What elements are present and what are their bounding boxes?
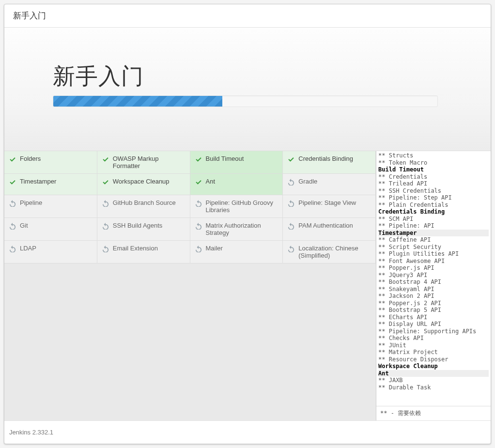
- plugin-cell: SSH Build Agents: [97, 218, 190, 241]
- log-dependency: Font Awesome API: [378, 258, 489, 265]
- plugin-cell: Gradle: [283, 174, 376, 195]
- plugin-cell: Localization: Chinese (Simplified): [283, 241, 376, 263]
- plugin-cell: Credentials Binding: [283, 151, 376, 174]
- plugin-name: Workspace Cleanup: [113, 178, 170, 185]
- plugin-name: Matrix Authorization Strategy: [206, 222, 278, 236]
- log-dependency: Structs: [378, 152, 489, 159]
- plugin-name: Timestamper: [20, 178, 56, 185]
- plugin-cell: Pipeline: GitHub Groovy Libraries: [190, 195, 283, 218]
- log-dependency: Snakeyaml API: [378, 286, 489, 293]
- plugin-name: Pipeline: Stage View: [298, 199, 356, 206]
- install-body: FoldersOWASP Markup FormatterBuild Timeo…: [4, 151, 491, 420]
- log-dependency: SCM API: [378, 216, 489, 223]
- plugin-cell: Workspace Cleanup: [97, 174, 190, 195]
- log-dependency: JQuery3 API: [378, 272, 489, 279]
- log-plugin-header: Build Timeout: [378, 166, 489, 173]
- plugin-cell: Pipeline: Stage View: [283, 195, 376, 218]
- plugin-cell: Mailer: [190, 241, 283, 263]
- plugin-name: Localization: Chinese (Simplified): [298, 245, 371, 259]
- plugin-name: OWASP Markup Formatter: [113, 155, 185, 170]
- plugin-name: Mailer: [206, 245, 223, 252]
- plugin-cell: Timestamper: [4, 174, 97, 195]
- plugin-cell: Ant: [190, 174, 283, 195]
- install-log-legend: ** - 需要依赖: [376, 406, 491, 420]
- plugin-cell: LDAP: [4, 241, 97, 263]
- log-dependency: Durable Task: [378, 384, 489, 391]
- log-dependency: ECharts API: [378, 314, 489, 321]
- plugin-cell: Pipeline: [4, 195, 97, 218]
- log-dependency: Plugin Utilities API: [378, 250, 489, 258]
- spinner-icon: [9, 246, 16, 252]
- plugin-name: PAM Authentication: [298, 222, 353, 229]
- plugin-name: Gradle: [298, 178, 317, 185]
- plugin-cell: OWASP Markup Formatter: [97, 151, 190, 174]
- hero-section: 新手入门: [4, 28, 491, 151]
- jenkins-version: Jenkins 2.332.1: [9, 429, 53, 436]
- log-dependency: Caffeine API: [378, 236, 489, 244]
- plugin-name: Build Timeout: [206, 155, 244, 162]
- plugin-cell: Matrix Authorization Strategy: [190, 218, 283, 241]
- plugin-cell: PAM Authentication: [283, 218, 376, 241]
- log-dependency: Script Security: [378, 244, 489, 251]
- spinner-icon: [102, 223, 109, 230]
- log-dependency: Bootstrap 4 API: [378, 278, 489, 286]
- install-log-scroll[interactable]: StructsToken MacroBuild TimeoutCredentia…: [376, 151, 491, 406]
- hero-title: 新手入门: [53, 62, 442, 92]
- log-dependency: Matrix Project: [378, 349, 489, 356]
- check-icon: [288, 156, 294, 163]
- setup-wizard-modal: 新手入门 新手入门 FoldersOWASP Markup FormatterB…: [4, 4, 491, 444]
- install-progress-bar: [53, 95, 438, 107]
- log-plugin-header: Workspace Cleanup: [378, 363, 489, 370]
- plugin-name: SSH Build Agents: [113, 222, 163, 229]
- plugin-name: LDAP: [20, 245, 36, 252]
- check-icon: [9, 156, 16, 163]
- check-icon: [195, 179, 202, 185]
- plugin-name: Pipeline: GitHub Groovy Libraries: [206, 199, 278, 214]
- check-icon: [195, 156, 202, 163]
- modal-footer: Jenkins 2.332.1: [4, 420, 491, 444]
- spinner-icon: [288, 246, 294, 252]
- log-dependency: Display URL API: [378, 321, 489, 328]
- log-dependency: Checks API: [378, 335, 489, 342]
- log-dependency: Pipeline: API: [378, 222, 489, 230]
- plugin-grid: FoldersOWASP Markup FormatterBuild Timeo…: [4, 151, 376, 420]
- plugin-name: GitHub Branch Source: [113, 199, 176, 206]
- spinner-icon: [9, 200, 16, 207]
- spinner-icon: [288, 223, 294, 230]
- log-dependency: Bootstrap 5 API: [378, 307, 489, 314]
- plugin-name: Folders: [20, 155, 41, 162]
- plugin-cell: Build Timeout: [190, 151, 283, 174]
- modal-title: 新手入门: [4, 4, 491, 28]
- log-dependency: Trilead API: [378, 180, 489, 187]
- log-dependency: JUnit: [378, 342, 489, 349]
- plugin-cell: Email Extension: [97, 241, 190, 263]
- plugin-name: Ant: [206, 178, 216, 185]
- log-plugin-header: Timestamper: [378, 230, 489, 237]
- plugin-name: Email Extension: [113, 245, 158, 252]
- log-dependency: Pipeline: Step API: [378, 194, 489, 201]
- check-icon: [102, 156, 109, 163]
- plugin-name: Pipeline: [20, 199, 42, 206]
- check-icon: [9, 179, 16, 185]
- log-dependency: Pipeline: Supporting APIs: [378, 328, 489, 335]
- install-progress-fill: [53, 96, 222, 107]
- check-icon: [102, 179, 109, 185]
- spinner-icon: [102, 200, 109, 207]
- log-dependency: Token Macro: [378, 159, 489, 167]
- log-dependency: Popper.js 2 API: [378, 300, 489, 307]
- log-plugin-header: Credentials Binding: [378, 208, 489, 216]
- spinner-icon: [195, 223, 202, 230]
- plugin-cell: Git: [4, 218, 97, 241]
- spinner-icon: [288, 200, 294, 207]
- log-dependency: SSH Credentials: [378, 187, 489, 195]
- plugin-cell: Folders: [4, 151, 97, 174]
- spinner-icon: [195, 200, 202, 207]
- log-dependency: Plain Credentials: [378, 201, 489, 209]
- log-dependency: Credentials: [378, 173, 489, 181]
- plugin-name: Credentials Binding: [298, 155, 353, 162]
- log-dependency: Popper.js API: [378, 264, 489, 272]
- spinner-icon: [102, 246, 109, 252]
- log-plugin-header: Ant: [378, 370, 489, 377]
- install-log-panel: StructsToken MacroBuild TimeoutCredentia…: [376, 151, 491, 420]
- plugin-cell: GitHub Branch Source: [97, 195, 190, 218]
